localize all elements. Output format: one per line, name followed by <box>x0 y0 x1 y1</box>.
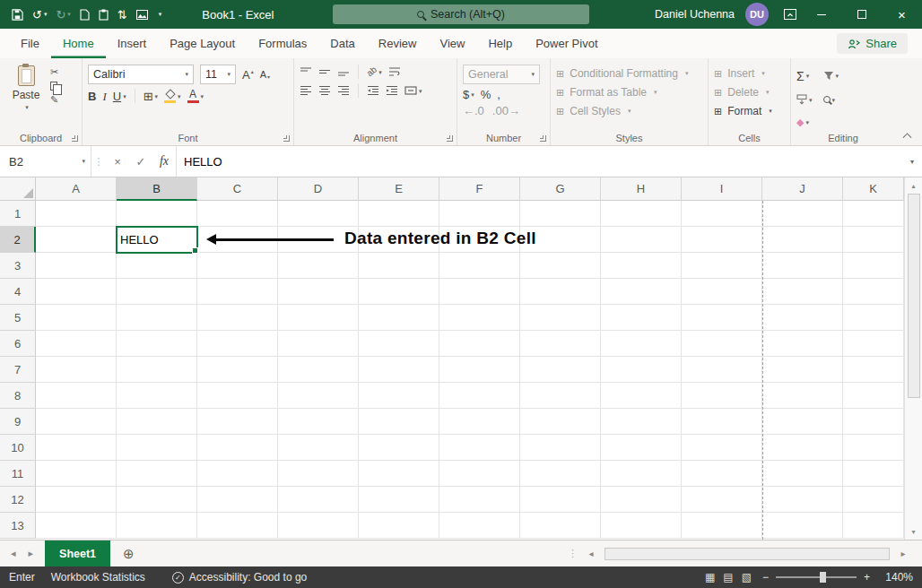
row-header-6[interactable]: 6 <box>0 331 36 357</box>
row-header-10[interactable]: 10 <box>0 435 36 461</box>
cell-K10[interactable] <box>843 435 904 461</box>
cell-A1[interactable] <box>36 201 117 227</box>
cell-K9[interactable] <box>843 409 904 435</box>
accounting-format-button[interactable]: $▾ <box>463 89 474 100</box>
enter-button[interactable]: ✓ <box>129 146 152 177</box>
cell-K1[interactable] <box>843 201 904 227</box>
cell-H6[interactable] <box>601 331 682 357</box>
increase-indent-button[interactable] <box>386 85 398 96</box>
cell-J1[interactable] <box>762 201 843 227</box>
align-center-button[interactable] <box>318 85 331 96</box>
undo-button[interactable]: ↺▾ <box>28 0 51 29</box>
cell-G11[interactable] <box>520 461 601 487</box>
tab-power-pivot[interactable]: Power Pivot <box>524 29 609 58</box>
cell-K3[interactable] <box>843 253 904 279</box>
cell-I3[interactable] <box>682 253 762 279</box>
paste-button[interactable]: Paste ▾ <box>5 65 47 131</box>
increase-font-size-button[interactable]: A▴ <box>242 69 254 81</box>
tab-insert[interactable]: Insert <box>106 29 159 58</box>
ribbon-display-options-button[interactable] <box>779 0 801 29</box>
next-sheet-button[interactable]: ▸ <box>22 548 40 559</box>
font-dialog-launcher[interactable] <box>283 135 290 142</box>
column-header-J[interactable]: J <box>762 177 843 201</box>
cell-K7[interactable] <box>843 357 904 383</box>
cell-D12[interactable] <box>278 487 359 513</box>
borders-button[interactable]: ⊞▾ <box>144 91 158 102</box>
row-header-9[interactable]: 9 <box>0 409 36 435</box>
comma-style-button[interactable]: , <box>497 89 500 100</box>
cell-I8[interactable] <box>682 383 762 409</box>
cell-B9[interactable] <box>117 409 197 435</box>
cell-H4[interactable] <box>601 279 682 305</box>
cell-F12[interactable] <box>439 487 520 513</box>
previous-sheet-button[interactable]: ◂ <box>0 548 22 559</box>
cell-J6[interactable] <box>762 331 843 357</box>
zoom-in-button[interactable]: + <box>864 571 870 584</box>
decrease-indent-button[interactable] <box>367 85 379 96</box>
font-color-button[interactable]: A▾ <box>187 89 204 103</box>
cell-I5[interactable] <box>682 305 762 331</box>
cell-B7[interactable] <box>117 357 197 383</box>
percent-style-button[interactable]: % <box>481 89 491 100</box>
copy-button[interactable]: ▾ <box>50 82 63 91</box>
zoom-slider[interactable] <box>776 576 857 578</box>
search-box[interactable]: Search (Alt+Q) <box>333 4 589 24</box>
qat-image-button[interactable] <box>132 0 152 29</box>
sheet-tab-sheet1[interactable]: Sheet1 <box>45 540 110 566</box>
column-header-D[interactable]: D <box>278 177 359 201</box>
minimize-button[interactable] <box>801 0 841 29</box>
cell-A6[interactable] <box>36 331 117 357</box>
cell-G7[interactable] <box>520 357 601 383</box>
save-button[interactable] <box>7 0 28 29</box>
cell-G9[interactable] <box>520 409 601 435</box>
cell-E8[interactable] <box>359 383 439 409</box>
cell-G1[interactable] <box>520 201 601 227</box>
column-header-E[interactable]: E <box>359 177 439 201</box>
insert-cells-button[interactable]: ⊞Insert▾ <box>714 67 785 80</box>
horizontal-scrollbar-track[interactable] <box>599 540 895 566</box>
cell-J3[interactable] <box>762 253 843 279</box>
cell-E10[interactable] <box>359 435 439 461</box>
font-size-select[interactable]: 11▾ <box>200 65 236 84</box>
cell-F11[interactable] <box>439 461 520 487</box>
number-dialog-launcher[interactable] <box>540 135 546 142</box>
cell-H11[interactable] <box>601 461 682 487</box>
cell-D1[interactable] <box>278 201 359 227</box>
tab-home[interactable]: Home <box>51 29 106 58</box>
cell-D7[interactable] <box>278 357 359 383</box>
italic-button[interactable]: I <box>102 91 106 102</box>
row-header-11[interactable]: 11 <box>0 461 36 487</box>
fill-button[interactable]: ▾ <box>796 94 813 105</box>
cell-D6[interactable] <box>278 331 359 357</box>
cell-A5[interactable] <box>36 305 117 331</box>
cell-J10[interactable] <box>762 435 843 461</box>
column-header-K[interactable]: K <box>843 177 904 201</box>
column-header-C[interactable]: C <box>197 177 278 201</box>
cell-H10[interactable] <box>601 435 682 461</box>
tab-help[interactable]: Help <box>476 29 524 58</box>
cell-B5[interactable] <box>117 305 197 331</box>
cell-H7[interactable] <box>601 357 682 383</box>
cell-D5[interactable] <box>278 305 359 331</box>
cell-K4[interactable] <box>843 279 904 305</box>
row-header-4[interactable]: 4 <box>0 279 36 305</box>
normal-view-button[interactable]: ▦ <box>705 571 715 584</box>
cell-B3[interactable] <box>117 253 197 279</box>
tab-page-layout[interactable]: Page Layout <box>158 29 247 58</box>
vertical-scrollbar[interactable]: ▴ ▾ <box>904 177 922 540</box>
format-painter-button[interactable]: ✎ <box>50 94 63 106</box>
cell-E12[interactable] <box>359 487 439 513</box>
decrease-decimal-button[interactable]: .00→ <box>492 105 520 117</box>
collapse-ribbon-button[interactable] <box>904 132 913 141</box>
cell-I11[interactable] <box>682 461 762 487</box>
column-header-A[interactable]: A <box>36 177 117 201</box>
cell-D13[interactable] <box>278 513 359 539</box>
horizontal-scrollbar-thumb[interactable] <box>605 548 890 560</box>
cell-G5[interactable] <box>520 305 601 331</box>
cell-I9[interactable] <box>682 409 762 435</box>
cell-J13[interactable] <box>762 513 843 539</box>
align-right-button[interactable] <box>337 85 350 96</box>
cell-H8[interactable] <box>601 383 682 409</box>
cell-I7[interactable] <box>682 357 762 383</box>
cell-F4[interactable] <box>439 279 520 305</box>
